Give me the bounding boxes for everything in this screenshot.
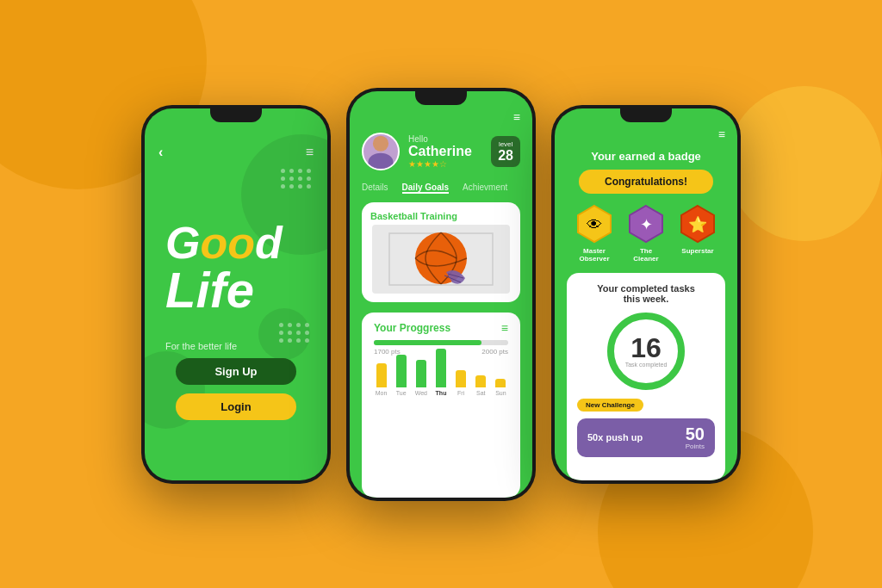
bar-wed: Wed: [413, 360, 428, 396]
bg-decoration-3: [727, 86, 882, 241]
task-circle: 16 Task completed: [607, 313, 685, 390]
basketball-card: Basketball Training: [362, 202, 520, 302]
phone1-buttons: Sign Up Login: [145, 358, 327, 420]
badge-cleaner-label: TheCleaner: [633, 247, 658, 263]
points-number: 50: [686, 425, 705, 443]
back-icon[interactable]: ‹: [158, 145, 163, 160]
points-label: Points: [686, 443, 705, 450]
bar-thu-fill: [436, 349, 446, 387]
notch-3: [620, 108, 672, 122]
bar-thu: Thu: [433, 349, 448, 396]
svg-text:✦: ✦: [640, 216, 653, 233]
greeting-label: Hello: [408, 134, 482, 144]
phone2-screen: ≡ Hello Catherine ★★★★☆: [350, 91, 532, 498]
badge-hex-master: 👁: [575, 204, 614, 244]
phones-container: ‹ ≡ Good Life: [141, 88, 741, 501]
phone3-screen: ≡ Your earned a badge Congratulations! 👁: [555, 108, 737, 480]
badge-superstar-label: Superstar: [681, 247, 713, 255]
phone-1: ‹ ≡ Good Life: [141, 105, 331, 484]
dot-grid-2: [279, 323, 310, 343]
card-title: Basketball Training: [370, 211, 457, 221]
bar-fri: Fri: [454, 370, 469, 396]
svg-text:⭐: ⭐: [688, 215, 708, 234]
challenge-points: 50 Points: [686, 425, 705, 450]
progress-menu-icon[interactable]: ≡: [501, 321, 508, 335]
bar-thu-label: Thu: [436, 390, 447, 396]
challenge-card: 50x push up 50 Points: [577, 418, 715, 457]
progress-card: Your Proggress ≡ 1700 pts 2000 pts: [362, 313, 520, 498]
badge-hex-cleaner: ✦: [626, 204, 666, 244]
basketball-icon: [413, 231, 469, 287]
tab-achievement[interactable]: Achievment: [463, 183, 507, 194]
tab-details[interactable]: Details: [362, 183, 388, 194]
earned-title: Your earned a badge: [555, 150, 737, 163]
progress-title: Your Proggress: [374, 322, 450, 334]
progress-bar-fill: [374, 340, 481, 345]
bar-tue-fill: [396, 355, 407, 387]
progress-header: Your Proggress ≡: [374, 321, 508, 335]
bar-sun: Sun: [494, 379, 508, 396]
badge-hex-superstar: ⭐: [678, 204, 717, 244]
app-subtitle: For the better life: [165, 341, 237, 351]
progress-end-pts: 2000 pts: [481, 348, 508, 356]
bar-sun-label: Sun: [495, 390, 506, 396]
notch-1: [210, 108, 262, 122]
svg-point-1: [368, 152, 393, 168]
tab-daily-goals[interactable]: Daily Goals: [402, 183, 449, 194]
phone-3: ≡ Your earned a badge Congratulations! 👁: [551, 105, 741, 484]
badge-master-label: MasterObserver: [579, 247, 609, 263]
bar-tue-label: Tue: [396, 390, 407, 396]
tasks-title: Your completed tasksthis week.: [577, 283, 715, 304]
level-number: 28: [498, 148, 513, 164]
bar-mon-label: Mon: [376, 390, 388, 396]
challenge-name: 50x push up: [587, 432, 643, 443]
notch-2: [415, 91, 467, 105]
nav-tabs: Details Daily Goals Achievment: [350, 179, 532, 197]
goodlife-title: Good Life: [165, 220, 283, 315]
bar-sun-fill: [495, 379, 506, 387]
menu-icon-3[interactable]: ≡: [718, 127, 725, 141]
user-info: Hello Catherine ★★★★☆: [408, 134, 482, 169]
level-badge: level 28: [491, 136, 520, 167]
new-challenge-label: New Challenge: [577, 399, 643, 412]
badges-row: 👁 MasterObserver ✦ TheCle: [555, 204, 737, 263]
dot-grid-1: [281, 169, 312, 189]
badge-master-observer: 👁 MasterObserver: [575, 204, 614, 263]
login-button[interactable]: Login: [176, 393, 296, 420]
congratulations-button[interactable]: Congratulations!: [579, 170, 713, 194]
bar-sat-fill: [475, 375, 486, 387]
user-stars: ★★★★☆: [408, 159, 482, 169]
svg-text:👁: 👁: [587, 216, 602, 233]
bar-wed-fill: [416, 360, 426, 387]
bar-wed-label: Wed: [415, 390, 427, 396]
phone-2: ≡ Hello Catherine ★★★★☆: [346, 88, 536, 501]
bar-mon-fill: [376, 363, 387, 387]
task-count: 16: [630, 334, 662, 362]
badge-superstar: ⭐ Superstar: [678, 204, 717, 263]
phone1-screen: ‹ ≡ Good Life: [145, 108, 327, 480]
bar-fri-label: Fri: [457, 390, 464, 396]
progress-bar-bg: [374, 340, 508, 345]
signup-button[interactable]: Sign Up: [176, 358, 296, 385]
bar-sat: Sat: [474, 375, 488, 396]
task-label: Task completed: [625, 362, 668, 368]
phone3-header: ≡: [555, 127, 737, 150]
svg-point-2: [375, 136, 388, 149]
task-circle-container: 16 Task completed: [577, 313, 715, 390]
profile-section: Hello Catherine ★★★★☆ level 28: [350, 133, 532, 179]
menu-icon-2[interactable]: ≡: [513, 110, 520, 124]
bar-mon: Mon: [374, 363, 388, 396]
tasks-section: Your completed tasksthis week. 16 Task c…: [567, 273, 725, 480]
bar-chart: Mon Tue Wed Thu: [374, 362, 508, 410]
bar-sat-label: Sat: [476, 390, 486, 396]
badge-the-cleaner: ✦ TheCleaner: [626, 204, 666, 263]
username: Catherine: [408, 144, 482, 159]
bar-tue: Tue: [394, 355, 408, 396]
avatar: [362, 133, 400, 170]
bar-fri-fill: [456, 370, 466, 387]
